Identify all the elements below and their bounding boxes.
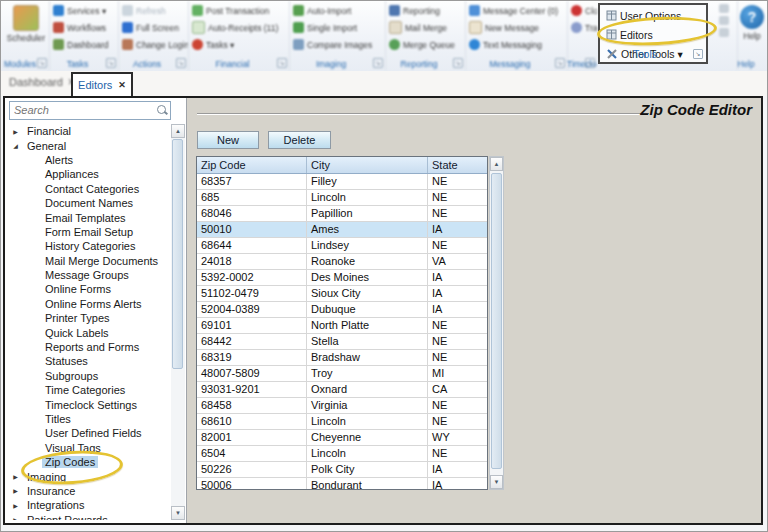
table-row-selected[interactable]: 50010AmesIA [197,222,487,238]
sidebar-item-zip-codes[interactable]: Zip Codes [5,455,171,469]
chevron-expanded-icon[interactable]: ◢ [11,142,20,149]
change-login-button[interactable]: Change Login [122,37,188,52]
dialog-launcher-icon[interactable]: ↘ [277,58,287,68]
table-row[interactable]: 6504LincolnNE [197,446,487,462]
sidebar-item-imaging[interactable]: ▶Imaging [5,469,171,483]
scheduler-button[interactable]: Scheduler [3,1,49,43]
sidebar-item-quick-labels[interactable]: Quick Labels [5,325,171,339]
new-message-button[interactable]: New Message [469,20,567,35]
chevron-right-icon[interactable]: ▶ [11,487,20,494]
single-import-button[interactable]: Single Import [293,20,385,35]
text-messaging-button[interactable]: Text Messaging [469,37,567,52]
table-row[interactable]: 69101North PlatteNE [197,318,487,334]
column-header-state[interactable]: State [428,157,487,173]
table-row[interactable]: 50226Polk CityIA [197,462,487,478]
editors-button[interactable]: Editors [606,26,706,43]
sidebar-item-general[interactable]: ◢General [5,138,171,152]
scroll-up-icon[interactable]: ▲ [171,124,185,138]
table-row[interactable]: 93031-9201OxnardCA [197,382,487,398]
chevron-right-icon[interactable]: ▶ [11,473,20,480]
table-row[interactable]: 68458VirginiaNE [197,398,487,414]
dialog-launcher-icon[interactable]: ↘ [176,58,186,68]
message-center-button[interactable]: Message Center (0) [469,3,567,18]
sidebar-item-timeclock-settings[interactable]: Timeclock Settings [5,397,171,411]
tab-dashboard[interactable]: Dashboard ✕ [9,76,75,88]
new-button[interactable]: New [197,131,259,149]
sidebar-item-online-forms[interactable]: Online Forms [5,282,171,296]
dialog-launcher-icon[interactable]: ↘ [555,58,565,68]
compare-images-button[interactable]: Compare Images [293,37,385,52]
sidebar-item-online-forms-alerts[interactable]: Online Forms Alerts [5,297,171,311]
sidebar-item-alerts[interactable]: Alerts [5,153,171,167]
table-row[interactable]: 24018RoanokeVA [197,254,487,270]
post-transaction-button[interactable]: Post Transaction [192,3,289,18]
refresh-button[interactable]: Refresh [122,3,188,18]
blurred-icon[interactable] [719,16,729,25]
mail-merge-button[interactable]: Mail Merge [389,20,465,35]
user-options-button[interactable]: User Options [606,7,706,24]
dialog-launcher-icon[interactable]: ↘ [373,58,383,68]
sidebar-item-user-defined-fields[interactable]: User Defined Fields [5,426,171,440]
scrollbar-thumb[interactable] [491,173,502,469]
sidebar-item-financial[interactable]: ▶Financial [5,124,171,138]
scroll-down-icon[interactable]: ▼ [171,506,185,520]
table-row[interactable]: 51102-0479Sioux CityIA [197,286,487,302]
table-row[interactable]: 5392-0002Des MoinesIA [197,270,487,286]
sidebar-item-mail-merge-documents[interactable]: Mail Merge Documents [5,254,171,268]
auto-receipts-button[interactable]: Auto-Receipts (11) [192,20,289,35]
sidebar-item-visual-tags[interactable]: Visual Tags [5,441,171,455]
sidebar-item-form-email-setup[interactable]: Form Email Setup [5,225,171,239]
dialog-launcher-icon[interactable]: ↘ [585,58,595,68]
sidebar-item-statuses[interactable]: Statuses [5,354,171,368]
workflows-button[interactable]: Workflows [53,20,118,35]
sidebar-item-insurance[interactable]: ▶Insurance [5,484,171,498]
dialog-launcher-icon[interactable]: ↘ [37,58,47,68]
sidebar-item-email-templates[interactable]: Email Templates [5,210,171,224]
sidebar-item-time-categories[interactable]: Time Categories [5,383,171,397]
chevron-right-icon[interactable]: ▶ [11,516,20,520]
clock-out-button[interactable]: Clock Out [571,3,597,18]
sidebar-item-patient-rewards[interactable]: ▶Patient Rewards [5,513,171,520]
sidebar-item-printer-types[interactable]: Printer Types [5,311,171,325]
sidebar-item-contact-categories[interactable]: Contact Categories [5,182,171,196]
search-input[interactable] [10,102,152,117]
table-row[interactable]: 68610LincolnNE [197,414,487,430]
scroll-down-icon[interactable]: ▼ [490,475,503,489]
scrollbar-thumb[interactable] [172,139,183,369]
table-row[interactable]: 68046PapillionNE [197,206,487,222]
dialog-launcher-icon[interactable]: ↘ [106,58,116,68]
sidebar-item-message-groups[interactable]: Message Groups [5,268,171,282]
sidebar-item-history-categories[interactable]: History Categories [5,239,171,253]
full-screen-button[interactable]: Full Screen [122,20,188,35]
table-row[interactable]: 68357FilleyNE [197,174,487,190]
sidebar-item-document-names[interactable]: Document Names [5,196,171,210]
tracker-button[interactable]: Tracker [571,20,597,35]
search-icon[interactable] [157,105,166,114]
help-button[interactable]: ? Help [737,1,767,41]
merge-queue-button[interactable]: Merge Queue [389,37,465,52]
sidebar-item-integrations[interactable]: ▶Integrations [5,498,171,512]
table-row[interactable]: 68644LindseyNE [197,238,487,254]
table-row[interactable]: 68442StellaNE [197,334,487,350]
sidebar-item-appliances[interactable]: Appliances [5,167,171,181]
table-row[interactable]: 685LincolnNE [197,190,487,206]
sidebar-item-reports-and-forms[interactable]: Reports and Forms [5,340,171,354]
column-header-city[interactable]: City [307,157,428,173]
delete-button[interactable]: Delete [268,131,331,149]
tab-editors[interactable]: Editors ✕ [71,72,133,98]
auto-import-button[interactable]: Auto-Import [293,3,385,18]
dialog-launcher-icon[interactable]: ↘ [453,58,463,68]
dialog-launcher-icon[interactable]: ↘ [693,49,703,59]
sidebar-scrollbar[interactable]: ▲ ▼ [171,124,185,520]
table-row[interactable]: 48007-5809TroyMI [197,366,487,382]
dashboard-button[interactable]: Dashboard [53,37,118,52]
close-icon[interactable]: ✕ [118,80,126,90]
chevron-right-icon[interactable]: ▶ [11,128,20,135]
sidebar-item-titles[interactable]: Titles [5,412,171,426]
reporting-button[interactable]: Reporting [389,3,465,18]
column-header-zip-code[interactable]: Zip Code [197,157,307,173]
services-button[interactable]: Services ▾ [53,3,118,18]
financial-tasks-button[interactable]: Tasks ▾ [192,37,289,52]
blurred-icon[interactable] [719,28,729,37]
table-row[interactable]: 52004-0389DubuqueIA [197,302,487,318]
